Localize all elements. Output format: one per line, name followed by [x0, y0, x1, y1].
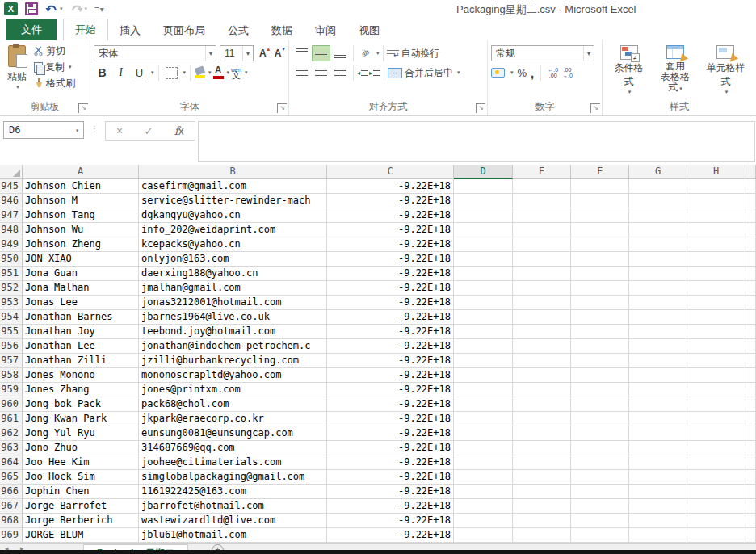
- italic-button[interactable]: I: [112, 65, 129, 81]
- cell-email[interactable]: eunsung0081@eunsungcap.com: [139, 426, 327, 441]
- column-header-D[interactable]: D: [454, 165, 513, 179]
- cell-empty[interactable]: [513, 455, 571, 470]
- cell-empty[interactable]: [629, 325, 687, 339]
- cell-number[interactable]: -9.22E+18: [327, 368, 454, 383]
- formula-input[interactable]: [198, 121, 755, 162]
- cell-empty[interactable]: [513, 485, 571, 499]
- wrap-text-button[interactable]: ↵ 自动换行: [387, 46, 440, 61]
- cell-email[interactable]: pack68@chol.com: [139, 397, 327, 412]
- cell-number[interactable]: -9.22E+18: [327, 281, 454, 296]
- cell-empty[interactable]: [454, 426, 513, 441]
- cell-name[interactable]: Jona Malhan: [23, 281, 139, 296]
- cell-filler[interactable]: [746, 426, 756, 441]
- borders-dropdown-icon[interactable]: ▾: [183, 69, 187, 76]
- cell-name[interactable]: Jones Monono: [23, 368, 139, 383]
- cell-empty[interactable]: [454, 179, 513, 194]
- cell-empty[interactable]: [571, 208, 629, 223]
- cell-name[interactable]: Joo Hock Sim: [23, 470, 139, 485]
- row-header[interactable]: 948: [0, 223, 23, 237]
- redo-dropdown-icon[interactable]: ▾: [85, 6, 88, 12]
- cell-email[interactable]: simglobalpackaging@gmail.com: [139, 470, 327, 485]
- name-box[interactable]: D6 ▾: [3, 121, 84, 139]
- cell-empty[interactable]: [571, 339, 629, 354]
- cell-empty[interactable]: [687, 267, 746, 281]
- cell-empty[interactable]: [571, 223, 629, 237]
- cell-empty[interactable]: [571, 194, 629, 208]
- cell-name[interactable]: Jonathan Zilli: [23, 354, 139, 368]
- cell-number[interactable]: -9.22E+18: [327, 325, 454, 339]
- cell-empty[interactable]: [687, 455, 746, 470]
- cell-name[interactable]: Jonathan Barnes: [23, 310, 139, 325]
- column-header-A[interactable]: A: [23, 165, 139, 179]
- cell-email[interactable]: jbarnes1964@live.co.uk: [139, 310, 327, 325]
- cell-empty[interactable]: [454, 252, 513, 267]
- cell-empty[interactable]: [513, 267, 571, 281]
- cell-name[interactable]: Jona Guan: [23, 267, 139, 281]
- cell-name[interactable]: Jong Yul Ryu: [23, 426, 139, 441]
- cell-empty[interactable]: [629, 237, 687, 252]
- cell-empty[interactable]: [513, 339, 571, 354]
- accounting-dropdown-icon[interactable]: ▾: [510, 69, 514, 76]
- cell-filler[interactable]: [746, 179, 756, 194]
- cell-email[interactable]: daerxing188@yahoo.cn: [139, 267, 327, 281]
- cell-email[interactable]: 1161922425@163.com: [139, 485, 327, 499]
- row-header[interactable]: 967: [0, 499, 23, 514]
- cell-empty[interactable]: [629, 267, 687, 281]
- cell-empty[interactable]: [513, 237, 571, 252]
- cell-empty[interactable]: [629, 223, 687, 237]
- tab-view[interactable]: 视图: [347, 20, 391, 40]
- paste-button[interactable]: 粘贴 ▾: [3, 44, 31, 92]
- cell-filler[interactable]: [746, 296, 756, 310]
- fill-color-dropdown-icon[interactable]: ▾: [208, 69, 212, 76]
- cell-empty[interactable]: [513, 397, 571, 412]
- excel-app-icon[interactable]: X: [4, 2, 18, 15]
- underline-button[interactable]: U: [131, 65, 148, 81]
- merge-center-button[interactable]: ↔ 合并后居中 ▾: [388, 65, 460, 80]
- format-as-table-dropdown-icon[interactable]: ▾: [679, 86, 682, 91]
- cell-number[interactable]: -9.22E+18: [327, 455, 454, 470]
- phonetic-guide-button[interactable]: wén 文: [231, 67, 242, 78]
- cell-empty[interactable]: [687, 310, 746, 325]
- cell-number[interactable]: -9.22E+18: [327, 397, 454, 412]
- cell-empty[interactable]: [571, 237, 629, 252]
- cell-name[interactable]: Jonas Lee: [23, 296, 139, 310]
- row-header[interactable]: 954: [0, 310, 23, 325]
- row-header[interactable]: 969: [0, 528, 23, 543]
- bottom-align-button[interactable]: [331, 45, 350, 61]
- cell-empty[interactable]: [629, 252, 687, 267]
- align-center-button[interactable]: [312, 65, 330, 81]
- cell-number[interactable]: -9.22E+18: [327, 223, 454, 237]
- cell-empty[interactable]: [513, 296, 571, 310]
- tab-page-layout[interactable]: 页面布局: [152, 20, 216, 40]
- cell-name[interactable]: JORGE BLUM: [23, 528, 139, 543]
- cell-empty[interactable]: [454, 194, 513, 208]
- cell-empty[interactable]: [629, 397, 687, 412]
- cell-number[interactable]: -9.22E+18: [327, 354, 454, 368]
- cell-empty[interactable]: [454, 368, 513, 383]
- cell-empty[interactable]: [629, 310, 687, 325]
- cell-empty[interactable]: [629, 499, 687, 514]
- cell-empty[interactable]: [571, 267, 629, 281]
- cell-filler[interactable]: [746, 470, 756, 485]
- row-header[interactable]: 945: [0, 179, 23, 194]
- row-header[interactable]: 960: [0, 397, 23, 412]
- cell-empty[interactable]: [629, 412, 687, 426]
- cell-filler[interactable]: [746, 252, 756, 267]
- cell-email[interactable]: info_202@weidaprint.com: [139, 223, 327, 237]
- insert-function-button[interactable]: fx: [174, 124, 184, 137]
- formula-bar-resize-handle[interactable]: ⋮: [90, 124, 99, 133]
- cell-empty[interactable]: [571, 383, 629, 397]
- cell-number[interactable]: -9.22E+18: [327, 383, 454, 397]
- cell-email[interactable]: teebond.joy@hotmail.com: [139, 325, 327, 339]
- cell-email[interactable]: jonas3212001@hotmail.com: [139, 296, 327, 310]
- cell-number[interactable]: -9.22E+18: [327, 179, 454, 194]
- decrease-indent-button[interactable]: ◂: [357, 69, 368, 77]
- cell-empty[interactable]: [629, 383, 687, 397]
- cell-number[interactable]: -9.22E+18: [327, 514, 454, 528]
- cell-filler[interactable]: [746, 325, 756, 339]
- cell-name[interactable]: Johnson Wu: [23, 223, 139, 237]
- cell-empty[interactable]: [687, 325, 746, 339]
- row-header[interactable]: 952: [0, 281, 23, 296]
- phonetic-dropdown-icon[interactable]: ▾: [245, 69, 248, 76]
- cell-empty[interactable]: [454, 325, 513, 339]
